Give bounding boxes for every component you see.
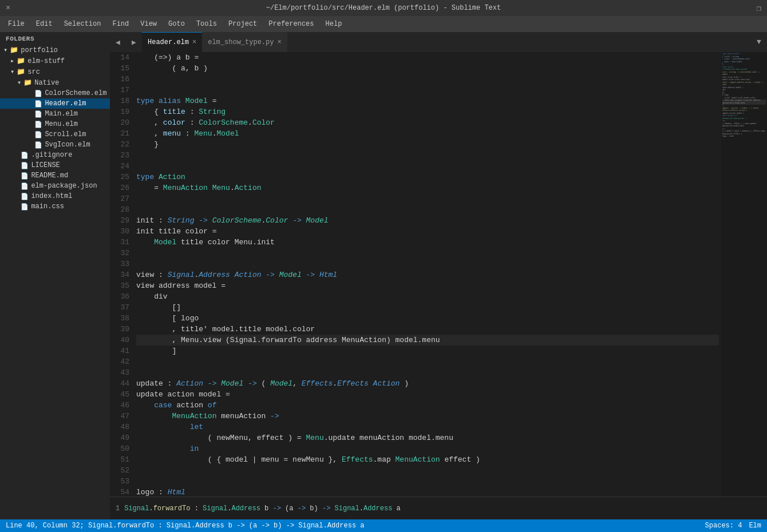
code-line-48: let <box>136 422 719 432</box>
bottom-line-num: 1 <box>116 505 120 513</box>
code-line-17 <box>136 85 719 96</box>
code-line-34: view : Signal.Address Action -> Model ->… <box>136 269 719 280</box>
spacer <box>10 172 18 180</box>
file-icon: 📄 <box>34 131 42 138</box>
editor-area: ◀ ▶ Header.elm × elm_show_type.py × ▼ 14… <box>110 32 767 519</box>
code-line-18: type alias Model = <box>136 96 719 106</box>
code-line-47: MenuAction menuAction -> <box>136 411 719 422</box>
sidebar-item-svgicon[interactable]: 📄 SvgIcon.elm <box>0 140 110 150</box>
code-line-41: ] <box>136 346 719 356</box>
code-line-37: [] <box>136 302 719 313</box>
code-line-24 <box>136 161 719 172</box>
sidebar-label: portfolio <box>21 46 58 54</box>
spacer <box>10 192 18 200</box>
menu-selection[interactable]: Selection <box>60 18 106 30</box>
spacer <box>10 161 18 169</box>
sidebar-item-src[interactable]: ▾ 📁 src <box>0 66 110 77</box>
menu-preferences[interactable]: Preferences <box>264 18 318 30</box>
folder-icon: 📁 <box>17 68 25 76</box>
menu-project[interactable]: Project <box>224 18 262 30</box>
sidebar-label: ColorScheme.elm <box>45 89 106 97</box>
tab-dropdown-button[interactable]: ▼ <box>751 32 767 52</box>
tab-close-header[interactable]: × <box>192 38 196 46</box>
chevron-down-icon: ▾ <box>3 46 7 54</box>
title-bar-title: ~/Elm/portfolio/src/Header.elm (portfoli… <box>10 4 756 12</box>
sidebar-item-elm-package[interactable]: 📄 elm-package.json <box>0 181 110 191</box>
tab-header-elm[interactable]: Header.elm × <box>142 32 202 52</box>
restore-button[interactable]: ❐ <box>757 3 761 13</box>
sidebar-label: src <box>27 68 40 76</box>
spacer <box>24 100 32 108</box>
tab-label: Header.elm <box>148 38 189 46</box>
folder-icon: 📁 <box>23 78 32 87</box>
sidebar-item-main[interactable]: 📄 Main.elm <box>0 109 110 119</box>
sidebar-header: FOLDERS <box>0 32 110 45</box>
code-line-27 <box>136 193 719 204</box>
code-line-45: update action model = <box>136 389 719 400</box>
menu-view[interactable]: View <box>136 18 161 30</box>
sidebar-item-index[interactable]: 📄 index.html <box>0 191 110 201</box>
sidebar-item-header[interactable]: 📄 Header.elm <box>0 98 110 109</box>
tab-nav-next[interactable]: ▶ <box>126 32 142 52</box>
spacer <box>10 151 18 159</box>
close-button[interactable]: × <box>6 3 10 13</box>
tab-close-python[interactable]: × <box>277 38 281 46</box>
sidebar-label: README.md <box>31 172 68 180</box>
code-line-22: } <box>136 139 719 150</box>
menu-tools[interactable]: Tools <box>192 18 222 30</box>
sidebar-item-readme[interactable]: 📄 README.md <box>0 170 110 181</box>
menu-find[interactable]: Find <box>108 18 133 30</box>
sidebar-label: LICENSE <box>31 161 60 169</box>
file-icon: 📄 <box>21 203 29 211</box>
code-line-20: , color : ColorScheme.Color <box>136 117 719 128</box>
code-line-40: , Menu.view (Signal.forwardTo address Me… <box>136 335 719 346</box>
code-line-43 <box>136 367 719 378</box>
sidebar-item-elm-stuff[interactable]: ▸ 📁 elm-stuff <box>0 55 110 66</box>
folder-icon: 📁 <box>10 46 18 54</box>
code-line-15: ( a, b ) <box>136 63 719 74</box>
minimap: type alias Model = { title : String , co… <box>721 52 767 497</box>
minimap-content: type alias Model = { title : String , co… <box>721 52 767 497</box>
sidebar-label: index.html <box>31 192 72 200</box>
main-area: FOLDERS ▾ 📁 portfolio ▸ 📁 elm-stuff ▾ 📁 … <box>0 32 767 519</box>
sidebar-item-colorscheme[interactable]: 📄 ColorScheme.elm <box>0 88 110 98</box>
code-line-19: { title : String <box>136 106 719 117</box>
code-line-35: view address model = <box>136 280 719 291</box>
sidebar-item-portfolio[interactable]: ▾ 📁 portfolio <box>0 45 110 55</box>
status-bar: Line 40, Column 32; Signal.forwardTo : S… <box>0 519 767 532</box>
sidebar-item-gitignore[interactable]: 📄 .gitignore <box>0 150 110 160</box>
code-content[interactable]: (=>) a b = ( a, b ) type alias Model = {… <box>134 52 721 497</box>
sidebar-item-native[interactable]: ▾ 📁 Native <box>0 77 110 88</box>
sidebar-label: Scroll.elm <box>45 130 86 138</box>
sidebar-label: Main.elm <box>45 110 78 118</box>
sidebar-label: Header.elm <box>45 100 86 108</box>
status-bar-right: Spaces: 4 Elm <box>705 522 761 530</box>
file-icon: 📄 <box>34 141 42 149</box>
menu-help[interactable]: Help <box>321 18 347 30</box>
code-line-23 <box>136 150 719 161</box>
menu-goto[interactable]: Goto <box>164 18 189 30</box>
spacer <box>24 130 32 138</box>
sidebar-item-license[interactable]: 📄 LICENSE <box>0 160 110 170</box>
sidebar-label: Menu.elm <box>45 120 78 128</box>
file-icon: 📄 <box>34 110 42 118</box>
sidebar-item-menu[interactable]: 📄 Menu.elm <box>0 119 110 129</box>
code-line-42 <box>136 356 719 367</box>
tab-elm-show-type[interactable]: elm_show_type.py × <box>202 32 287 52</box>
sidebar-label: Native <box>34 79 59 87</box>
spacer <box>24 110 32 118</box>
menu-file[interactable]: File <box>3 18 29 30</box>
code-line-49: ( newMenu, effect ) = Menu.update menuAc… <box>136 432 719 443</box>
code-line-32 <box>136 248 719 259</box>
spacer <box>24 89 32 97</box>
sidebar-item-maincss[interactable]: 📄 main.css <box>0 201 110 212</box>
tab-nav-prev[interactable]: ◀ <box>110 32 126 52</box>
sidebar-item-scroll[interactable]: 📄 Scroll.elm <box>0 129 110 140</box>
bottom-panel: 1 Signal.forwardTo : Signal.Address b ->… <box>110 497 767 519</box>
menu-edit[interactable]: Edit <box>31 18 57 30</box>
code-line-16 <box>136 74 719 85</box>
code-line-31: Model title color Menu.init <box>136 237 719 248</box>
file-icon: 📄 <box>34 121 42 128</box>
code-line-26: = MenuAction Menu.Action <box>136 182 719 193</box>
bottom-text: Signal.forwardTo : Signal.Address b -> (… <box>124 505 401 513</box>
